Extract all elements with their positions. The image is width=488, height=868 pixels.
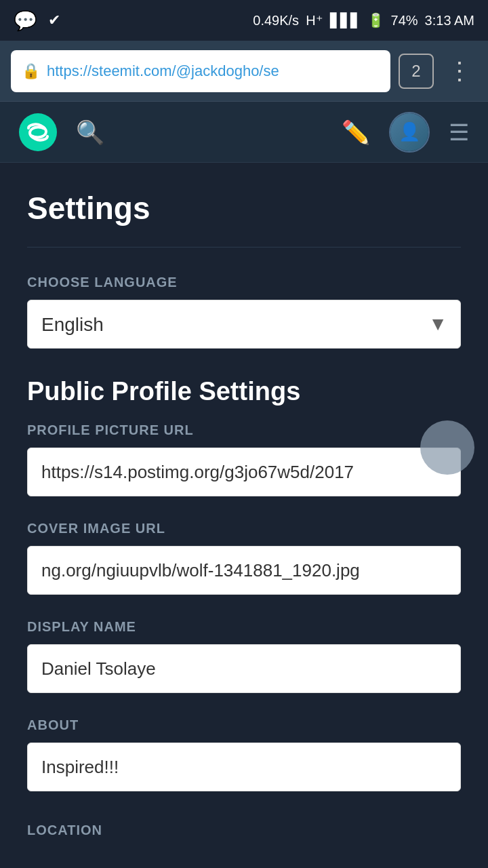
profile-section-heading: Public Profile Settings [27, 377, 461, 406]
language-label: CHOOSE LANGUAGE [27, 275, 461, 290]
tab-count[interactable]: 2 [399, 54, 434, 89]
signal-type-icon: H⁺ [306, 12, 323, 28]
about-label: ABOUT [27, 717, 461, 733]
profile-picture-label: PROFILE PICTURE URL [27, 422, 461, 438]
about-input[interactable] [27, 743, 461, 791]
display-name-input[interactable] [27, 644, 461, 693]
floating-scroll-button[interactable] [420, 420, 474, 475]
page-title: Settings [27, 190, 461, 226]
edit-icon[interactable]: ✏️ [342, 119, 370, 146]
whatsapp-icon: 💬 [14, 9, 37, 32]
divider [27, 247, 461, 248]
battery-icon: 🔋 [367, 12, 384, 28]
cover-image-label: COVER IMAGE URL [27, 521, 461, 536]
search-icon[interactable]: 🔍 [76, 119, 104, 146]
address-box[interactable]: 🔒 https://steemit.com/@jackdogho/se [11, 50, 390, 92]
avatar-image: 👤 [390, 113, 428, 151]
status-bar-right: 0.49K/s H⁺ ▋▋▋ 🔋 74% 3:13 AM [253, 12, 474, 28]
nav-right: ✏️ 👤 ☰ [342, 112, 469, 153]
hamburger-icon[interactable]: ☰ [449, 119, 469, 146]
signal-bars-icon: ▋▋▋ [330, 12, 361, 28]
status-bar: 💬 ✔ 0.49K/s H⁺ ▋▋▋ 🔋 74% 3:13 AM [0, 0, 488, 41]
avatar[interactable]: 👤 [389, 112, 430, 153]
status-bar-left: 💬 ✔ [14, 9, 60, 32]
steemit-logo[interactable] [19, 113, 57, 151]
lock-icon: 🔒 [22, 62, 40, 80]
cover-image-input[interactable] [27, 546, 461, 595]
nav-header: 🔍 ✏️ 👤 ☰ [0, 102, 488, 163]
main-content: Settings CHOOSE LANGUAGE English ▼ Publi… [0, 163, 488, 865]
download-icon: ✔ [48, 12, 60, 29]
language-select[interactable]: English [27, 300, 461, 349]
nav-left: 🔍 [19, 113, 104, 151]
browser-bar: 🔒 https://steemit.com/@jackdogho/se 2 ⋮ [0, 41, 488, 102]
browser-url[interactable]: https://steemit.com/@jackdogho/se [47, 62, 380, 80]
display-name-label: DISPLAY NAME [27, 619, 461, 635]
battery-percent: 74% [391, 13, 418, 28]
browser-menu-icon[interactable]: ⋮ [442, 57, 477, 85]
language-select-wrapper[interactable]: English ▼ [27, 300, 461, 349]
location-label: LOCATION [27, 823, 461, 838]
profile-picture-input[interactable] [27, 448, 461, 496]
network-speed: 0.49K/s [253, 13, 299, 28]
svg-point-0 [19, 113, 57, 151]
time: 3:13 AM [425, 13, 474, 28]
